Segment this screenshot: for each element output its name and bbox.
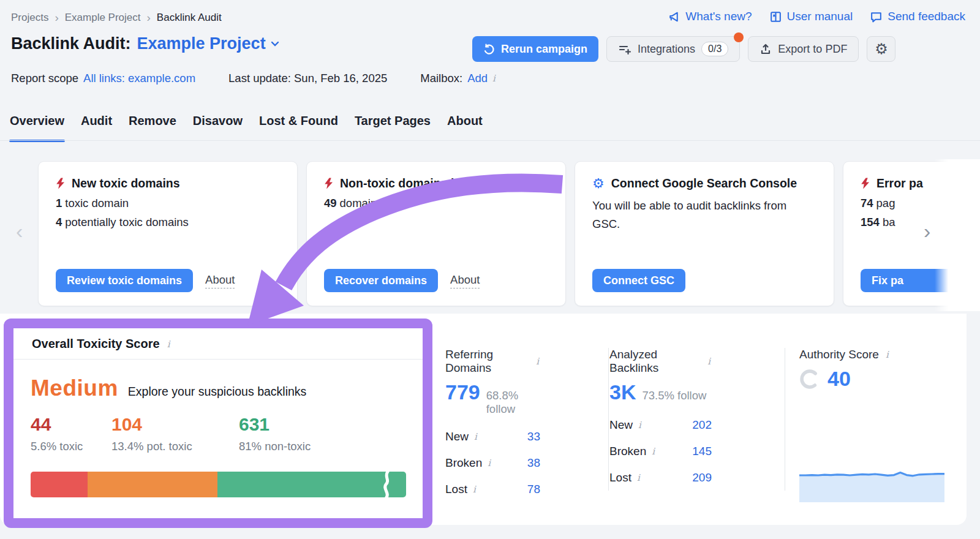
export-icon (760, 43, 772, 55)
info-icon[interactable] (650, 446, 656, 457)
referring-domains-section: Referring Domains 779 68.8% follow New 3… (445, 348, 540, 502)
card-new-toxic-domains: New toxic domains 1toxic domain 4potenti… (38, 161, 298, 306)
last-update-text: Last update: Sun, Feb 16, 2025 (228, 72, 387, 85)
chevron-right-icon (55, 11, 58, 24)
info-icon[interactable] (636, 472, 641, 483)
analyzed-new-row: New 202 (609, 412, 712, 438)
info-icon[interactable] (166, 339, 172, 350)
info-icon[interactable] (535, 356, 540, 367)
toxic-domain-count: 1toxic domain (56, 197, 280, 210)
tab-remove[interactable]: Remove (129, 114, 176, 137)
settings-button[interactable] (867, 36, 895, 62)
card-non-toxic-domains-lost: Non-toxic domains lost 49domains lost Re… (306, 161, 566, 306)
export-pdf-button[interactable]: Export to PDF (748, 36, 859, 62)
analyzed-follow-pct: 73.5% follow (642, 389, 706, 402)
lightning-icon (861, 178, 870, 189)
info-icon[interactable] (706, 356, 712, 367)
backlink-audit-page: Projects Example Project Backlink Audit … (0, 0, 980, 539)
info-icon[interactable] (472, 484, 477, 495)
review-toxic-domains-button[interactable]: Review toxic domains (56, 269, 193, 292)
info-icon[interactable] (486, 458, 492, 469)
page-title: Backlink Audit: Example Project (11, 34, 279, 53)
about-link[interactable]: About (450, 273, 480, 288)
whats-new-link[interactable]: What's new? (668, 10, 752, 23)
tab-bar: Overview Audit Remove Disavow Lost & Fou… (10, 114, 483, 137)
tab-lost-and-found[interactable]: Lost & Found (259, 114, 338, 137)
tab-disavow[interactable]: Disavow (193, 114, 243, 137)
megaphone-icon (668, 10, 680, 23)
bar-segment-toxic (31, 472, 88, 497)
analyzed-backlinks-section: Analyzed Backlinks 3K 73.5% follow New 2… (609, 348, 712, 491)
divider (785, 348, 785, 491)
mailbox-add-link[interactable]: Add (467, 72, 488, 85)
report-scope-link[interactable]: All links: example.com (83, 72, 195, 85)
info-icon[interactable] (491, 73, 497, 84)
project-selector[interactable]: Example Project (137, 34, 279, 53)
carousel-next-button[interactable] (924, 221, 930, 241)
domains-lost-count: 49domains lost (324, 197, 548, 210)
connect-gsc-button[interactable]: Connect GSC (592, 269, 685, 292)
referring-follow-pct: 68.8% follow (486, 389, 540, 416)
carousel-prev-button[interactable] (16, 221, 23, 241)
carousel-right-fade (935, 159, 980, 311)
feedback-bubble-icon (870, 10, 883, 23)
referring-domains-value[interactable]: 779 (445, 380, 480, 404)
breadcrumb-example-project[interactable]: Example Project (65, 12, 141, 24)
gear-icon (875, 42, 888, 57)
bar-segment-non-toxic (217, 472, 406, 497)
divider (608, 348, 609, 491)
breadcrumb-backlink-audit: Backlink Audit (157, 12, 222, 24)
chevron-down-icon (271, 41, 279, 47)
authority-score-section: Authority Score 40 (799, 348, 946, 391)
mailbox-label: Mailbox: (420, 72, 462, 85)
tabs-divider (0, 140, 980, 141)
analyzed-backlinks-value[interactable]: 3K (609, 380, 636, 404)
referring-new-row: New 33 (445, 423, 540, 450)
integrations-count-badge: 0/3 (701, 42, 728, 56)
send-feedback-link[interactable]: Send feedback (870, 10, 965, 23)
tab-overview[interactable]: Overview (10, 114, 64, 137)
notification-dot (734, 32, 744, 42)
bar-break-mark (383, 470, 391, 499)
list-plus-icon (618, 43, 631, 55)
about-link[interactable]: About (205, 273, 235, 288)
gsc-description: You will be able to audit backlinks from… (592, 197, 794, 233)
integrations-button[interactable]: Integrations 0/3 (606, 36, 740, 62)
lightning-icon (324, 178, 333, 189)
authority-sparkline (799, 469, 944, 502)
tab-about[interactable]: About (447, 114, 483, 137)
potentially-toxic-count: 4potentially toxic domains (56, 216, 280, 229)
toxicity-hint: Explore your suspicious backlinks (128, 385, 307, 399)
toxicity-level: Medium (31, 375, 118, 401)
toxic-metric: 44 5.6% toxic (31, 414, 83, 453)
chevron-right-icon (147, 11, 151, 24)
analyzed-broken-row: Broken 145 (609, 438, 712, 464)
analyzed-lost-row: Lost 209 (609, 464, 712, 491)
lightning-icon (56, 178, 65, 189)
rerun-campaign-button[interactable]: Rerun campaign (472, 36, 598, 62)
recover-domains-button[interactable]: Recover domains (324, 269, 438, 292)
overall-toxicity-section: Overall Toxicity Score Medium Explore yo… (13, 328, 423, 518)
breadcrumb-projects[interactable]: Projects (11, 12, 48, 24)
non-toxic-metric: 631 81% non-toxic (239, 414, 311, 453)
score-gauge-icon (799, 369, 820, 390)
tab-audit[interactable]: Audit (81, 114, 112, 137)
card-connect-gsc: ⚙ Connect Google Search Console You will… (575, 161, 834, 306)
pot-toxic-metric: 104 13.4% pot. toxic (111, 414, 192, 453)
tab-target-pages[interactable]: Target Pages (355, 114, 431, 137)
toxicity-title: Overall Toxicity Score (32, 337, 160, 351)
report-scope-row: Report scope All links: example.com Last… (11, 72, 497, 85)
user-manual-link[interactable]: User manual (769, 10, 853, 23)
referring-broken-row: Broken 38 (445, 450, 540, 476)
referring-lost-row: Lost 78 (445, 476, 540, 502)
info-icon[interactable] (637, 420, 643, 431)
breadcrumb: Projects Example Project Backlink Audit (11, 11, 222, 24)
project-name: Example Project (137, 34, 266, 53)
refresh-icon (483, 43, 495, 55)
header-actions: Rerun campaign Integrations 0/3 Export t… (472, 36, 895, 62)
info-icon[interactable] (884, 349, 890, 360)
info-icon[interactable] (473, 431, 478, 442)
bar-segment-potentially-toxic (88, 472, 217, 497)
report-scope-label: Report scope (11, 72, 78, 85)
header-links: What's new? User manual Send feedback (668, 10, 965, 23)
